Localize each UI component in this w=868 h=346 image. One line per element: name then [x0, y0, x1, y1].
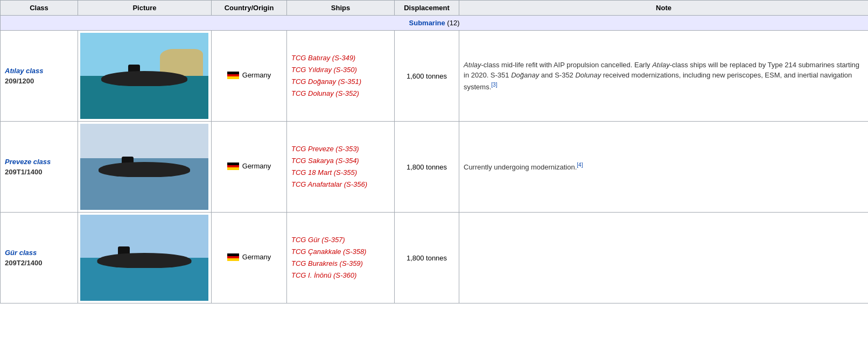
atilay-note-text: Atılay-class mid-life refit with AIP pro… [464, 61, 859, 91]
submarine-body [101, 71, 187, 86]
header-ships: Ships [287, 1, 395, 16]
gur-country-label[interactable]: Germany [242, 253, 271, 261]
atilay-country-label[interactable]: Germany [242, 71, 271, 79]
atilay-picture-cell [78, 31, 212, 122]
gur-displacement: 1,800 tonnes [395, 213, 459, 303]
preveze-image [80, 124, 208, 210]
atilay-image [80, 33, 208, 119]
atilay-note-cell: Atılay-class mid-life refit with AIP pro… [459, 31, 869, 122]
table-row: Preveze class 209T1/1400 Germany TCG Pre… [1, 122, 869, 213]
preveze-country-label[interactable]: Germany [242, 162, 271, 170]
atilay-class-name[interactable]: Atılay class [5, 67, 73, 75]
ship-link-10[interactable]: TCG Çanakkale (S-358) [291, 246, 390, 258]
preveze-note-text: Currently undergoing modernization.[4] [464, 163, 583, 171]
atilay-ships-cell: TCG Batıray (S-349) TCG Yıldıray (S-350)… [287, 31, 395, 122]
header-class: Class [1, 1, 78, 16]
preveze-country-cell: Germany [212, 122, 287, 213]
germany-flag-preveze: Germany [227, 162, 271, 170]
preveze-class-num: 209T1/1400 [5, 168, 42, 176]
gur-country-cell: Germany [212, 213, 287, 303]
ship-link-12[interactable]: TCG I. İnönü (S-360) [291, 270, 390, 281]
header-picture: Picture [78, 1, 212, 16]
gur-ships-cell: TCG Gür (S-357) TCG Çanakkale (S-358) TC… [287, 213, 395, 303]
germany-flag-gur: Germany [227, 253, 271, 261]
germany-flag-icon [227, 253, 239, 261]
atilay-class-num: 209/1200 [5, 77, 34, 85]
class-cell-preveze: Preveze class 209T1/1400 [1, 122, 78, 213]
table-row: Gür class 209T2/1400 Germany TCG Gür (S-… [1, 213, 869, 303]
ship-link-6[interactable]: TCG Sakarya (S-354) [291, 155, 390, 167]
germany-flag-icon [227, 72, 239, 79]
table-row: Atılay class 209/1200 Germany TCG Batıra… [1, 31, 869, 122]
ship-link-11[interactable]: TCG Burakreis (S-359) [291, 258, 390, 270]
preveze-class-name[interactable]: Preveze class [5, 158, 73, 166]
ship-link-8[interactable]: TCG Anafartalar (S-356) [291, 179, 390, 190]
ship-link-3[interactable]: TCG Doğanay (S-351) [291, 76, 390, 88]
atilay-country-cell: Germany [212, 31, 287, 122]
submarine-label[interactable]: Submarine [409, 19, 445, 27]
germany-flag-atilay: Germany [227, 71, 271, 79]
gur-class-name[interactable]: Gür class [5, 249, 73, 257]
submarine-count: (12) [447, 19, 459, 27]
class-cell-atilay: Atılay class 209/1200 [1, 31, 78, 122]
header-displacement: Displacement [395, 1, 459, 16]
preveze-ships-cell: TCG Preveze (S-353) TCG Sakarya (S-354) … [287, 122, 395, 213]
atilay-ref[interactable]: [3] [491, 82, 497, 88]
atilay-displacement: 1,600 tonnes [395, 31, 459, 122]
germany-flag-icon [227, 163, 239, 170]
gur-image [80, 215, 208, 301]
header-country: Country/Origin [212, 1, 287, 16]
preveze-ref[interactable]: [4] [577, 162, 583, 168]
preveze-picture-cell [78, 122, 212, 213]
ship-link-4[interactable]: TCG Dolunay (S-352) [291, 88, 390, 100]
gur-note-cell [459, 213, 869, 303]
submarine-section-header: Submarine (12) [1, 16, 869, 31]
ship-link-7[interactable]: TCG 18 Mart (S-355) [291, 167, 390, 179]
ship-link-2[interactable]: TCG Yıldıray (S-350) [291, 64, 390, 76]
ship-link-5[interactable]: TCG Preveze (S-353) [291, 143, 390, 155]
ship-link-9[interactable]: TCG Gür (S-357) [291, 234, 390, 246]
class-cell-gur: Gür class 209T2/1400 [1, 213, 78, 303]
header-note: Note [459, 1, 869, 16]
ship-link-1[interactable]: TCG Batıray (S-349) [291, 52, 390, 64]
preveze-displacement: 1,800 tonnes [395, 122, 459, 213]
submarine-body [99, 162, 190, 177]
submarine-body [97, 253, 192, 268]
preveze-note-cell: Currently undergoing modernization.[4] [459, 122, 869, 213]
gur-class-num: 209T2/1400 [5, 259, 42, 267]
gur-picture-cell [78, 213, 212, 303]
